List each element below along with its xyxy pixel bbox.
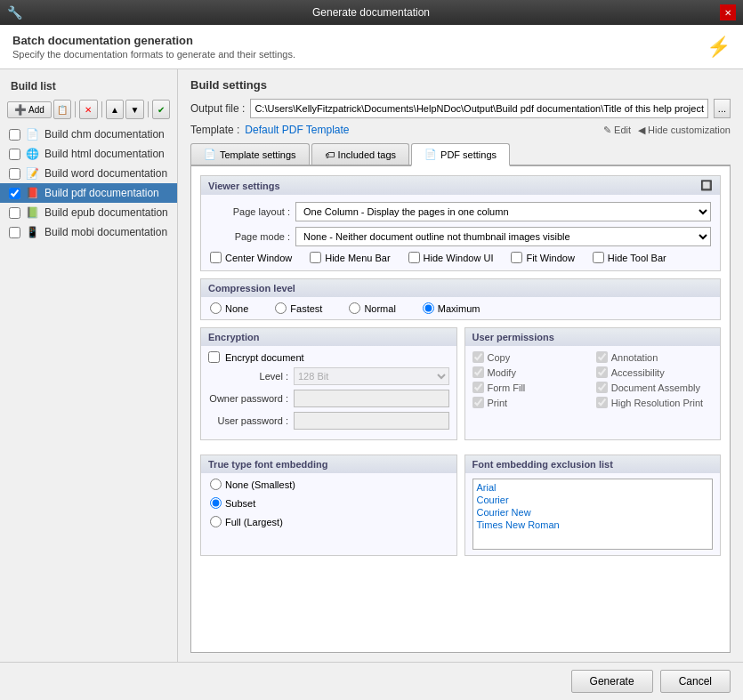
sidebar-item-word[interactable]: 📝 Build word documentation (0, 164, 177, 183)
hide-window-ui-checkbox[interactable] (408, 252, 420, 263)
fit-window-item[interactable]: Fit Window (511, 252, 574, 263)
add-button[interactable]: ➕ Add (7, 101, 52, 118)
compression-maximum-label: Maximum (438, 303, 481, 314)
user-password-row: User password : (208, 412, 449, 430)
title-bar-title: Generate documentation (22, 6, 720, 19)
fit-window-label: Fit Window (526, 253, 574, 263)
page-mode-select[interactable]: None - Neither document outline not thum… (295, 227, 711, 246)
owner-password-input[interactable] (294, 390, 449, 407)
center-window-item[interactable]: Center Window (210, 252, 292, 263)
word-checkbox[interactable] (9, 168, 20, 180)
perm-copy-checkbox[interactable] (472, 351, 484, 363)
move-up-button[interactable]: ▲ (106, 100, 124, 119)
tab-template-settings[interactable]: 📄 Template settings (190, 143, 310, 165)
perm-high-resolution-print[interactable]: High Resolution Print (596, 397, 713, 408)
tab-pdf-settings[interactable]: 📄 PDF settings (411, 143, 510, 166)
user-permissions-panel: User permissions Copy (464, 327, 722, 440)
font-exclusion-panel: Font embedding exclusion list Arial Cour… (464, 455, 722, 556)
compression-normal-radio[interactable] (349, 302, 360, 314)
level-select[interactable]: 128 Bit (294, 367, 449, 385)
perm-accessibility-checkbox[interactable] (596, 366, 608, 378)
font-arial[interactable]: Arial (477, 481, 709, 494)
font-none-smallest[interactable]: None (Smallest) (210, 479, 448, 490)
hide-window-ui-item[interactable]: Hide Window UI (408, 252, 494, 263)
font-times-new-roman[interactable]: Times New Roman (477, 519, 709, 531)
hide-tool-bar-checkbox[interactable] (593, 252, 604, 263)
perm-copy[interactable]: Copy (472, 351, 589, 363)
tab-content-pdf-settings: Viewer settings 🔲 Page layout : One Colu… (190, 166, 731, 653)
hide-menu-bar-item[interactable]: Hide Menu Bar (310, 252, 390, 263)
font-courier[interactable]: Courier (477, 494, 709, 506)
sidebar-item-html[interactable]: 🌐 Build html documentation (0, 144, 177, 164)
compression-fastest[interactable]: Fastest (275, 302, 322, 314)
encrypt-document-checkbox[interactable] (208, 351, 220, 363)
compression-maximum[interactable]: Maximum (423, 302, 481, 314)
font-row: True type font embedding None (Smallest)… (200, 455, 721, 563)
sidebar-item-epub[interactable]: 📗 Build epub documentation (0, 203, 177, 222)
font-full-largest[interactable]: Full (Largest) (210, 516, 448, 527)
plus-icon: ➕ (14, 104, 27, 116)
hide-customization-button[interactable]: ◀ Hide customization (638, 125, 731, 136)
mobi-label: Build mobi documentation (44, 226, 167, 238)
font-full-label: Full (Largest) (225, 517, 283, 527)
epub-checkbox[interactable] (9, 207, 20, 219)
font-exclusion-list[interactable]: Arial Courier Courier New Times New Roma… (472, 479, 714, 550)
center-window-checkbox[interactable] (210, 252, 222, 263)
viewer-settings-collapse-icon[interactable]: 🔲 (700, 180, 713, 191)
perm-form-fill[interactable]: Form Fill (472, 382, 589, 393)
perm-annotation-checkbox[interactable] (596, 351, 608, 363)
cancel-button[interactable]: Cancel (660, 670, 731, 693)
compression-fastest-radio[interactable] (275, 302, 287, 314)
encryption-title: Encryption (208, 332, 259, 342)
generate-button[interactable]: Generate (571, 670, 653, 693)
font-subset[interactable]: Subset (210, 497, 448, 509)
down-arrow-icon: ▼ (130, 105, 139, 115)
hide-tool-bar-item[interactable]: Hide Tool Bar (593, 252, 666, 263)
check-all-button[interactable]: ✔ (152, 100, 170, 119)
enc-perm-row: Encryption Encrypt document Level : (200, 327, 721, 447)
perm-form-fill-checkbox[interactable] (472, 382, 484, 393)
perm-document-assembly[interactable]: Document Assembly (596, 382, 713, 393)
font-exclusion-body: Arial Courier Courier New Times New Roma… (465, 473, 721, 555)
pdf-checkbox[interactable] (9, 188, 20, 199)
edit-template-button[interactable]: ✎ Edit (603, 125, 631, 136)
perm-print-checkbox[interactable] (472, 397, 484, 408)
perm-accessibility[interactable]: Accessibility (596, 366, 713, 378)
font-subset-radio[interactable] (210, 497, 222, 509)
template-link[interactable]: Default PDF Template (245, 124, 349, 136)
included-tags-icon: 🏷 (325, 149, 335, 160)
sidebar-item-pdf[interactable]: 📕 Build pdf documentation (0, 183, 177, 203)
delete-build-button[interactable]: ✕ (79, 100, 97, 119)
chm-checkbox[interactable] (9, 129, 20, 141)
output-file-input[interactable] (250, 99, 707, 118)
fit-window-checkbox[interactable] (511, 252, 522, 263)
compression-normal-label: Normal (364, 303, 395, 314)
perm-annotation[interactable]: Annotation (596, 351, 713, 363)
html-checkbox[interactable] (9, 149, 20, 160)
move-down-button[interactable]: ▼ (125, 100, 143, 119)
tab-included-tags[interactable]: 🏷 Included tags (311, 143, 409, 165)
mobi-checkbox[interactable] (9, 227, 20, 238)
perm-high-resolution-print-checkbox[interactable] (596, 397, 608, 408)
perm-print[interactable]: Print (472, 397, 589, 408)
perm-print-label: Print (488, 398, 508, 408)
compression-normal[interactable]: Normal (349, 302, 395, 314)
sidebar-item-mobi[interactable]: 📱 Build mobi documentation (0, 222, 177, 242)
compression-none-radio[interactable] (210, 302, 222, 314)
compression-maximum-radio[interactable] (423, 302, 434, 314)
output-file-browse-button[interactable]: ... (714, 99, 731, 118)
font-full-radio[interactable] (210, 516, 222, 527)
compression-none[interactable]: None (210, 302, 248, 314)
close-button[interactable]: ✕ (720, 4, 736, 20)
perm-document-assembly-checkbox[interactable] (596, 382, 608, 393)
title-bar: 🔧 Generate documentation ✕ (0, 0, 743, 25)
perm-modify[interactable]: Modify (472, 366, 589, 378)
user-password-input[interactable] (294, 412, 449, 430)
hide-menu-bar-checkbox[interactable] (310, 252, 321, 263)
page-layout-select[interactable]: One Column - Display the pages in one co… (295, 202, 711, 221)
font-courier-new[interactable]: Courier New (477, 506, 709, 519)
perm-modify-checkbox[interactable] (472, 366, 484, 378)
copy-build-button[interactable]: 📋 (53, 100, 71, 119)
sidebar-item-chm[interactable]: 📄 Build chm documentation (0, 125, 177, 144)
font-none-radio[interactable] (210, 479, 222, 490)
